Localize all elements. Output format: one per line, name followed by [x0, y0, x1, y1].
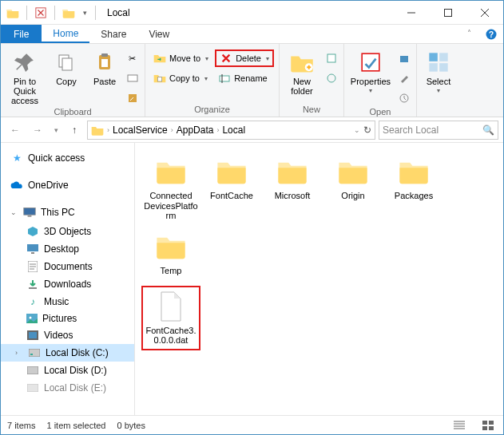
sidebar-pictures[interactable]: Pictures — [1, 310, 134, 326]
sidebar-this-pc[interactable]: ⌄ This PC — [1, 204, 134, 221]
tab-view[interactable]: View — [137, 25, 181, 43]
view-details-button[interactable] — [450, 418, 468, 433]
search-box[interactable]: Search Local 🔍 — [379, 121, 498, 140]
nav-back-button[interactable]: ← — [6, 121, 25, 140]
ribbon: Pin to Quick access Copy Paste ✂ Clipboa… — [1, 44, 503, 117]
svg-rect-15 — [327, 54, 335, 62]
history-button[interactable] — [395, 89, 411, 107]
sidebar-3d-objects[interactable]: 3D Objects — [1, 223, 134, 240]
edit-button[interactable] — [395, 69, 411, 87]
move-to-icon — [153, 52, 166, 65]
help-button[interactable]: ? — [479, 25, 503, 43]
sidebar-desktop[interactable]: Desktop — [1, 240, 134, 258]
svg-rect-34 — [29, 349, 40, 357]
ribbon-group-select: Select ▾ — [417, 44, 460, 117]
folder-icon — [4, 4, 22, 22]
new-folder-button[interactable]: New folder — [284, 46, 319, 96]
sidebar-documents[interactable]: Documents — [1, 258, 134, 275]
qat-properties-icon[interactable] — [32, 4, 50, 22]
folder-item[interactable]: Origin — [323, 152, 383, 224]
properties-button[interactable]: Properties ▾ — [349, 46, 392, 95]
folder-icon — [273, 156, 312, 188]
svg-rect-5 — [62, 58, 72, 70]
svg-rect-21 — [439, 53, 448, 61]
sidebar-videos[interactable]: Videos — [1, 326, 134, 344]
content-pane[interactable]: Connected DevicesPlatform FontCache Micr… — [135, 143, 503, 415]
copy-to-button[interactable]: Copy to▾ — [150, 69, 212, 87]
tab-file[interactable]: File — [1, 25, 42, 43]
new-item-button[interactable] — [323, 49, 339, 67]
nav-forward-button[interactable]: → — [28, 121, 47, 140]
rename-button[interactable]: Rename — [215, 69, 274, 87]
svg-rect-35 — [30, 354, 33, 355]
sidebar-disk-d[interactable]: Local Disk (D:) — [1, 362, 134, 379]
pc-icon — [23, 206, 36, 219]
chevron-down-icon[interactable]: ⌄ — [352, 126, 362, 134]
chevron-right-icon[interactable]: › — [105, 126, 111, 134]
quick-access-toolbar: ▾ — [1, 4, 102, 22]
copy-path-button[interactable] — [124, 69, 140, 87]
ribbon-group-new: New folder New — [280, 44, 344, 117]
maximize-button[interactable] — [430, 1, 466, 25]
cut-button[interactable]: ✂ — [124, 49, 140, 67]
breadcrumb-item[interactable]: Local — [222, 125, 245, 136]
pin-label: Pin to Quick access — [6, 77, 44, 105]
sidebar-downloads[interactable]: Downloads — [1, 275, 134, 293]
folder-item[interactable]: Microsoft — [263, 152, 322, 224]
folder-icon — [60, 4, 77, 22]
copy-to-label: Copy to — [169, 73, 200, 83]
delete-label: Delete — [236, 53, 261, 63]
move-to-button[interactable]: Move to▾ — [150, 49, 212, 67]
folder-item[interactable]: Packages — [384, 152, 443, 224]
new-folder-label: New folder — [284, 77, 319, 96]
sidebar-disk-c[interactable]: ›Local Disk (C:) — [1, 344, 134, 362]
nav-recent-button[interactable]: ▾ — [50, 121, 62, 140]
delete-button[interactable]: Delete▾ — [215, 49, 274, 67]
minimize-button[interactable] — [393, 1, 430, 25]
folder-item[interactable]: Temp — [141, 227, 200, 279]
refresh-button[interactable]: ↻ — [363, 125, 371, 136]
drive-icon — [26, 364, 39, 377]
close-button[interactable] — [466, 1, 503, 25]
sidebar-disk-e[interactable]: Local Disk (E:) — [1, 379, 134, 397]
svg-rect-37 — [27, 384, 38, 392]
collapse-ribbon-icon[interactable]: ˄ — [467, 29, 471, 38]
copy-button[interactable]: Copy — [47, 46, 85, 86]
breadcrumb-item[interactable]: AppData — [177, 125, 214, 136]
file-item-selected[interactable]: FontCache3.0.0.0.dat — [141, 286, 200, 350]
expand-icon[interactable]: ⌄ — [10, 208, 18, 216]
paste-button[interactable]: Paste — [89, 46, 121, 86]
chevron-right-icon[interactable]: › — [169, 126, 175, 134]
breadcrumb-item[interactable]: LocalService — [113, 125, 168, 136]
address-bar[interactable]: › LocalService › AppData › Local ⌄ ↻ — [87, 121, 375, 140]
group-label-open: Open — [349, 107, 411, 118]
status-bar: 7 items 1 item selected 0 bytes — [1, 415, 503, 434]
folder-item[interactable]: Connected DevicesPlatform — [141, 152, 200, 224]
svg-rect-8 — [101, 59, 108, 67]
navigation-pane[interactable]: ★ Quick access OneDrive ⌄ This PC 3D Obj… — [1, 143, 135, 415]
svg-rect-20 — [429, 53, 438, 61]
chevron-right-icon[interactable]: › — [215, 126, 220, 134]
tab-share[interactable]: Share — [89, 25, 137, 43]
nav-up-button[interactable]: ↑ — [65, 121, 84, 140]
qat-dropdown-icon[interactable]: ▾ — [79, 4, 90, 22]
properties-icon — [358, 49, 383, 75]
expand-icon[interactable]: › — [15, 349, 23, 357]
easy-access-button[interactable] — [323, 69, 339, 87]
svg-rect-23 — [439, 63, 448, 72]
folder-item[interactable]: FontCache — [202, 152, 261, 224]
select-button[interactable]: Select ▾ — [422, 46, 455, 95]
view-large-button[interactable] — [479, 418, 497, 433]
svg-rect-12 — [220, 76, 229, 81]
body: ★ Quick access OneDrive ⌄ This PC 3D Obj… — [1, 143, 503, 415]
open-button[interactable] — [395, 49, 411, 67]
drive-icon — [26, 382, 39, 394]
paste-icon — [92, 49, 117, 75]
music-icon: ♪ — [26, 295, 39, 308]
sidebar-onedrive[interactable]: OneDrive — [1, 176, 134, 194]
pin-quick-access-button[interactable]: Pin to Quick access — [6, 46, 44, 105]
paste-shortcut-button[interactable] — [124, 89, 140, 107]
tab-home[interactable]: Home — [42, 25, 89, 43]
sidebar-music[interactable]: ♪Music — [1, 293, 134, 310]
sidebar-quick-access[interactable]: ★ Quick access — [1, 149, 134, 167]
